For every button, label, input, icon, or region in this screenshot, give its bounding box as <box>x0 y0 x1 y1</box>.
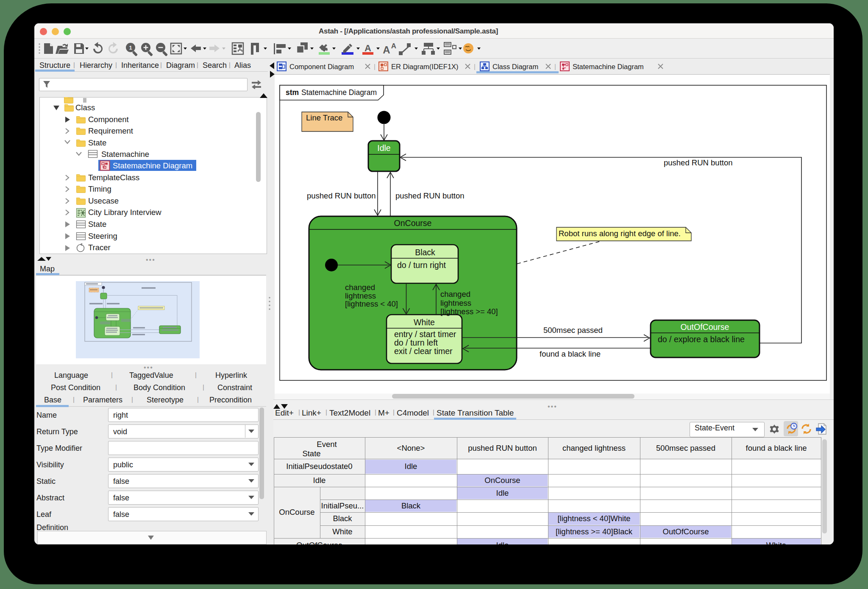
svg-text:[lightness < 40]: [lightness < 40] <box>345 299 398 308</box>
svg-text:Statemachine Diagram: Statemachine Diagram <box>301 88 377 97</box>
svg-text:Line Trace: Line Trace <box>306 113 342 122</box>
svg-text:OnCourse: OnCourse <box>394 218 432 228</box>
svg-text:500msec passed: 500msec passed <box>543 326 603 335</box>
svg-text:Statemachine Diagram: Statemachine Diagram <box>573 63 644 70</box>
svg-text:|: | <box>474 63 476 70</box>
svg-text:found a black line: found a black line <box>540 349 601 358</box>
svg-text:State: State <box>88 220 106 229</box>
svg-text:Steering: Steering <box>88 232 117 240</box>
svg-text:A: A <box>391 42 396 50</box>
svg-text:State: State <box>88 138 106 147</box>
svg-text:A: A <box>364 43 371 53</box>
svg-text:Usecase: Usecase <box>88 196 119 205</box>
svg-text:[lightness >= 40]: [lightness >= 40] <box>440 307 498 316</box>
svg-text:exit / clear timer: exit / clear timer <box>394 346 453 356</box>
svg-text:stm: stm <box>286 88 299 97</box>
svg-text:White: White <box>414 318 435 327</box>
svg-text:Robot runs along right edge of: Robot runs along right edge of line. <box>559 229 681 238</box>
svg-text:|: | <box>554 63 556 70</box>
svg-text:Class: Class <box>75 103 95 112</box>
svg-text:Class Diagram: Class Diagram <box>492 63 538 70</box>
svg-text:Timing: Timing <box>88 184 111 193</box>
svg-text:OutOfCourse: OutOfCourse <box>681 322 729 332</box>
svg-text:Tracer: Tracer <box>88 243 111 252</box>
svg-text:lightness: lightness <box>440 299 471 307</box>
svg-text:TemplateClass: TemplateClass <box>88 173 139 182</box>
svg-text:pushed RUN button: pushed RUN button <box>664 158 733 167</box>
svg-text:do / turn left: do / turn left <box>394 338 438 347</box>
svg-text:pushed RUN button: pushed RUN button <box>307 191 376 200</box>
svg-text:do / turn right: do / turn right <box>397 260 446 270</box>
svg-text:Statemachine: Statemachine <box>101 150 149 159</box>
svg-text:Black: Black <box>415 248 435 257</box>
svg-text:pushed RUN button: pushed RUN button <box>395 191 465 200</box>
svg-text:entry / start timer: entry / start timer <box>394 329 456 339</box>
svg-text:1: 1 <box>129 45 132 51</box>
svg-text:do / explore a black line: do / explore a black line <box>658 335 745 344</box>
svg-text:Idle: Idle <box>377 143 390 153</box>
svg-text:Component Diagram: Component Diagram <box>289 63 354 70</box>
svg-text:|: | <box>374 63 376 70</box>
svg-text:City Library Interview: City Library Interview <box>88 208 161 217</box>
svg-text:Requirement: Requirement <box>88 126 133 135</box>
svg-text:changed: changed <box>345 283 375 292</box>
svg-text:Statemachine Diagram: Statemachine Diagram <box>113 161 192 170</box>
svg-text:A: A <box>383 44 390 56</box>
svg-text:Component: Component <box>88 115 129 124</box>
svg-text:changed: changed <box>440 290 470 299</box>
svg-text:ER Diagram(IDEF1X): ER Diagram(IDEF1X) <box>391 63 459 70</box>
svg-text:lightness: lightness <box>345 291 376 300</box>
